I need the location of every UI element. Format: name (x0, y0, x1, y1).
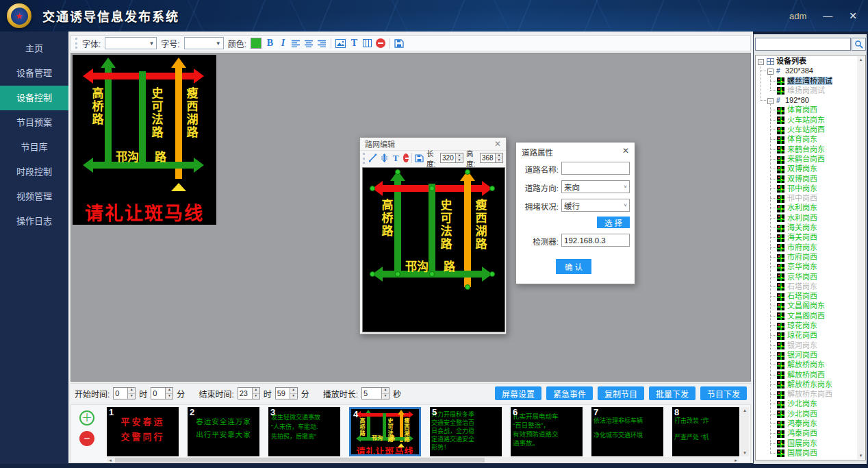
align-left-button[interactable] (292, 37, 301, 49)
tree-device-item[interactable]: 维扬岗测试 (756, 86, 858, 95)
italic-button[interactable]: I (279, 37, 288, 49)
screen-settings-button[interactable]: 屏幕设置 (495, 386, 541, 400)
playlist-item-4[interactable]: 4高桥路史可法路瘦西湖路邗沟路请礼让斑马线 (349, 407, 421, 456)
tree-device-item[interactable]: 火车站岗东 (756, 115, 858, 125)
sidebar-item-program-library[interactable]: 节目库 (0, 135, 68, 160)
delete-tool-icon[interactable] (403, 153, 409, 162)
tree-device-item[interactable]: 市府岗西 (756, 252, 858, 262)
sidebar-item-home[interactable]: 主页 (0, 36, 68, 61)
start-hour-input[interactable] (114, 388, 127, 399)
scroll-up-icon[interactable]: ▴ (741, 407, 749, 414)
tree-device-item[interactable]: 解放桥岗东 (756, 360, 858, 369)
tree-root-device-list[interactable]: −设备列表 (756, 56, 858, 66)
tree-device-item[interactable]: 解放桥岗西 (756, 370, 858, 380)
duration-input[interactable] (362, 388, 381, 399)
confirm-button[interactable]: 确 认 (556, 259, 591, 274)
sidebar-item-time-control[interactable]: 时段控制 (0, 160, 68, 184)
playlist-item-7[interactable]: 7依法治理非标车辆净化城市交通环境 (591, 407, 663, 456)
tree-device-item[interactable]: 沙北岗西 (756, 409, 858, 419)
tree-device-item[interactable]: 水利岗东 (756, 203, 858, 212)
insert-text-button[interactable]: T (350, 37, 359, 49)
tree-device-item[interactable]: 邗中岗东 (756, 184, 858, 193)
tree-group-192x80[interactable]: −#192*80 (756, 95, 858, 105)
copy-program-button[interactable]: 复制节目 (598, 386, 644, 400)
tree-device-item[interactable]: 国展岗西 (756, 448, 858, 458)
height-input[interactable] (481, 153, 495, 162)
road-name-input[interactable] (561, 162, 630, 175)
remove-program-button[interactable]: − (79, 431, 94, 446)
program-send-button[interactable]: 节目下发 (700, 386, 747, 400)
road-tool-icon[interactable] (380, 152, 389, 164)
tree-device-item[interactable]: 解放桥东岗西 (756, 389, 858, 399)
horizontal-scrollbar[interactable]: ◂ ▸ (107, 457, 739, 463)
end-minute-input[interactable] (276, 388, 290, 399)
font-family-select[interactable]: ▼ (105, 37, 157, 49)
font-size-select[interactable]: ▼ (184, 37, 224, 49)
playlist-item-8[interactable]: 8打击改装 “炸严查严处 “机 (672, 407, 739, 456)
tree-device-item[interactable]: 鸿泰岗西 (756, 428, 858, 438)
congestion-select[interactable]: 缓行˅ (561, 199, 630, 212)
tree-device-item[interactable]: 文昌阁岗西 (756, 311, 858, 321)
tree-device-item[interactable]: 石塔岗西 (756, 291, 858, 301)
tree-device-item[interactable]: 石塔岗东 (756, 282, 858, 291)
tree-device-item[interactable]: 市府岗东 (756, 243, 858, 252)
save-button[interactable] (394, 37, 404, 49)
start-hour-spinner[interactable]: ▲▼ (127, 388, 135, 399)
sidebar-item-device-control[interactable]: 设备控制 (0, 86, 68, 110)
columns-layout-button[interactable] (363, 37, 372, 49)
length-input[interactable] (441, 153, 455, 162)
scroll-left-icon[interactable]: ◂ (107, 457, 114, 463)
color-swatch[interactable] (251, 38, 261, 49)
duration-spinner[interactable]: ▲▼ (381, 388, 389, 399)
end-hour-input[interactable] (238, 388, 252, 399)
bold-button[interactable]: B (266, 37, 275, 49)
tree-device-item[interactable]: 鸿泰岗东 (756, 419, 858, 428)
start-minute-spinner[interactable]: ▲▼ (165, 388, 173, 399)
tree-device-item[interactable]: 邗中岗西 (756, 193, 858, 203)
road-direction-select[interactable]: 来向˅ (561, 180, 630, 193)
toolbar-grip[interactable] (75, 38, 78, 49)
roadnet-close-icon[interactable]: ✕ (494, 139, 501, 149)
align-center-button[interactable] (305, 37, 314, 49)
screen-preview[interactable]: 高桥路史可法路瘦西湖路邗沟路请礼让斑马线 (73, 55, 216, 225)
tree-device-item[interactable]: 琼花岗东 (756, 321, 858, 330)
tree-device-item[interactable]: 来鹤台岗东 (756, 145, 858, 154)
end-hour-spinner[interactable]: ▲▼ (252, 388, 259, 399)
tree-device-item[interactable]: 解放桥东岗东 (756, 380, 858, 389)
tree-device-item[interactable]: 火车站岗西 (756, 125, 858, 134)
scroll-up-icon[interactable]: ▴ (857, 56, 865, 63)
tree-device-item[interactable]: 文昌阁岗东 (756, 301, 858, 310)
tree-device-item[interactable]: 沙北岗东 (756, 399, 858, 408)
add-program-button[interactable]: ＋ (79, 410, 94, 426)
playlist-item-5[interactable]: 5大力开展秋冬季交通安全整治百日会战，全力稳定道路交通安全形势！ (430, 407, 502, 456)
tree-device-item[interactable]: 海关岗东 (756, 223, 858, 232)
select-detector-button[interactable]: 选 择 (597, 217, 630, 228)
tree-group-320x384[interactable]: −#320*384 (756, 66, 858, 75)
tree-scrollbar[interactable]: ▴ ▾ (857, 56, 865, 459)
align-right-button[interactable] (318, 37, 327, 49)
playlist-item-1[interactable]: 1平安春运交警同行 (107, 407, 179, 456)
tree-device-item[interactable]: 琼花岗西 (756, 330, 858, 340)
roadnet-edit-canvas[interactable]: 高桥路史可法路瘦西湖路邗沟路 (362, 167, 505, 332)
tree-device-item[interactable]: 国展岗东 (756, 439, 858, 448)
scrollbar-thumb[interactable] (115, 458, 485, 463)
device-search-input[interactable] (755, 38, 851, 51)
save-tool-icon[interactable] (415, 152, 424, 164)
tree-device-item[interactable]: 京华岗西 (756, 272, 858, 282)
tree-device-item[interactable]: 体育岗西 (756, 105, 858, 114)
playlist-item-6[interactable]: 6扎实开展电动车“百日整治”，有效预防道路交通事故。 (511, 407, 583, 456)
insert-image-button[interactable] (335, 37, 346, 49)
playlist-item-2[interactable]: 2春运安全连万家出行平安靠大家 (188, 407, 259, 456)
playlist-item-3[interactable]: 3发生轻微交通事故“人未伤，车能动.先拍照，后撤离” (268, 407, 340, 456)
line-tool-icon[interactable] (368, 152, 377, 164)
sidebar-item-device-manage[interactable]: 设备管理 (0, 61, 68, 86)
length-spinner[interactable]: ▲▼ (455, 153, 463, 162)
tree-device-item[interactable]: 螺丝湾桥测试 (756, 76, 858, 86)
delete-button[interactable] (376, 38, 385, 48)
end-minute-spinner[interactable]: ▲▼ (290, 388, 297, 399)
search-button[interactable] (852, 38, 866, 51)
vertical-scrollbar[interactable]: ▴ ▾ (741, 407, 749, 456)
tree-device-item[interactable]: 双博岗东 (756, 164, 858, 173)
text-tool-icon[interactable]: T (392, 152, 400, 164)
tree-device-item[interactable]: 京华岗东 (756, 262, 858, 271)
